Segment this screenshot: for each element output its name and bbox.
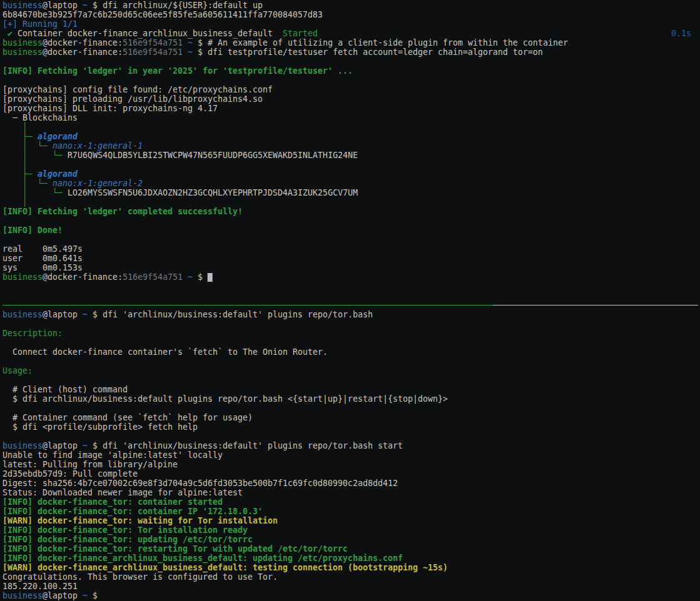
prompt-cwd: ~ <box>82 591 88 600</box>
terminal-text <box>2 122 22 132</box>
terminal-line: [+] Running 1/1 <box>2 19 700 29</box>
tree-branch: │ <box>22 188 28 197</box>
terminal-line <box>2 432 700 441</box>
terminal-line: │ <box>2 197 700 207</box>
terminal-line: real 0m5.497s <box>2 244 700 254</box>
chain-name: algorand <box>38 169 78 179</box>
info-log: [INFO] Done! <box>2 226 62 235</box>
time-sys: sys 0m0.153s <box>2 263 82 272</box>
right-aligned-text: 0.1s <box>671 29 691 38</box>
terminal-line: │ <box>2 122 700 132</box>
terminal-line: # Client (host) command <box>2 385 700 394</box>
terminal-line: [INFO] docker-finance_tor: Tor installat… <box>2 525 700 535</box>
terminal-line: 185.220.100.251 <box>2 582 700 591</box>
terminal-line: 2d35ebdb57d9: Pull complete <box>2 469 700 479</box>
prompt-user: business <box>2 441 42 450</box>
terminal-line: [INFO] docker-finance_tor: container IP … <box>2 507 700 516</box>
terminal-line: │ └─ LO26MYSSWSFN5U6JDXAOZN2HZ3GCQHLXYEP… <box>2 188 700 197</box>
warn-log: [WARN] docker-finance_tor: waiting for T… <box>2 516 278 525</box>
terminal-line: [INFO] docker-finance_archlinux_business… <box>2 554 700 563</box>
terminal-line: [proxychains] DLL init: proxychains-ng 4… <box>2 104 700 113</box>
container-state: Started <box>282 29 318 38</box>
terminal-text: # Container command (see `fetch` help fo… <box>2 413 252 422</box>
prompt-user: business <box>2 591 42 600</box>
command: $ # An example of utilizing a client-sid… <box>192 38 568 47</box>
terminal-text <box>2 132 22 141</box>
terminal-text: Congratulations. This browser is configu… <box>2 572 278 582</box>
terminal-line <box>2 375 700 385</box>
tree-branch: │ <box>22 179 28 188</box>
tree-branch: │ <box>22 122 28 132</box>
terminal-line: $ dfi <profile/subprofile> fetch help <box>2 422 700 432</box>
terminal-text: $ <box>192 272 208 282</box>
terminal-line: │ └─ nano:x-1:general-1 <box>2 141 700 151</box>
info-log: [INFO] docker-finance_tor: Tor installat… <box>2 525 248 535</box>
terminal-line: Description: <box>2 329 700 338</box>
terminal-line: business@laptop ~ $ dfi 'archlinux/busin… <box>2 441 700 450</box>
info-log: [INFO] docker-finance_tor: updating /etc… <box>2 535 252 544</box>
terminal-text <box>28 179 38 188</box>
info-log: [INFO] Fetching 'ledger' in year '2025' … <box>2 66 352 76</box>
terminal-line: │ └─ R7U6QWS4QLDB5YLBI25TWCPW47N565FUUDP… <box>2 151 700 160</box>
prompt-container-id: 516e9f54a751 <box>122 272 182 282</box>
terminal-line: [INFO] Done! <box>2 226 700 235</box>
wallet-address: R7U6QWS4QLDB5YLBI25TWCPW47N565FUUDP6GG5X… <box>62 151 358 160</box>
terminal-text <box>48 141 52 151</box>
terminal-line <box>2 404 700 413</box>
prompt-user: business <box>2 272 42 282</box>
tree-branch: └─ <box>52 188 62 197</box>
terminal-line: business@laptop ~ $ dfi 'archlinux/busin… <box>2 310 700 319</box>
terminal-text <box>28 141 38 151</box>
terminal-text: Status: Downloaded newer image for alpin… <box>2 488 242 497</box>
terminal-text: $ dfi archlinux/business:default plugins… <box>2 394 448 404</box>
terminal-line: latest: Pulling from library/alpine <box>2 460 700 469</box>
terminal-text <box>2 188 22 197</box>
section-heading: Usage: <box>2 366 32 375</box>
terminal-text: Connect docker-finance container's `fetc… <box>2 347 328 357</box>
terminal-line: business@laptop ~ $ <box>2 591 700 600</box>
terminal[interactable]: business@laptop ~ $ dfi archlinux/${USER… <box>0 0 700 601</box>
prompt-host: @laptop <box>42 1 82 10</box>
compose-status: [+] Running 1/1 <box>2 19 78 29</box>
command: $ dfi 'archlinux/business:default' plugi… <box>88 310 372 319</box>
account-name: nano:x-1:general-2 <box>52 179 142 188</box>
terminal-text: [proxychains] config file found: /etc/pr… <box>2 85 272 94</box>
wallet-address: LO26MYSSWSFN5U6JDXAOZN2HZ3GCQHLXYEPHRTPJ… <box>62 188 358 197</box>
terminal-text <box>2 179 22 188</box>
prompt-host: @docker-finance: <box>42 272 122 282</box>
terminal-line <box>2 57 700 66</box>
terminal-line <box>2 216 700 226</box>
terminal-line <box>2 235 700 244</box>
terminal-text <box>48 179 52 188</box>
time-real: real 0m5.497s <box>2 244 82 254</box>
command: $ dfi 'archlinux/business:default' plugi… <box>88 441 402 450</box>
terminal-text <box>2 160 22 169</box>
terminal-text: $ dfi <profile/subprofile> fetch help <box>2 422 198 432</box>
terminal-line: [WARN] docker-finance_tor: waiting for T… <box>2 516 700 525</box>
terminal-line: [proxychains] config file found: /etc/pr… <box>2 85 700 94</box>
terminal-text: Digest: sha256:4b7ce07002c69e8f3d704a9c5… <box>2 479 398 488</box>
terminal-line <box>2 319 700 329</box>
separator-gray: ────────────────────────────────────────… <box>493 300 698 310</box>
terminal-line: # Container command (see `fetch` help fo… <box>2 413 700 422</box>
terminal-line: business@docker-finance:516e9f54a751 ~ $ <box>2 272 700 282</box>
tree-branch: └─ <box>38 179 48 188</box>
text-cursor <box>208 273 212 282</box>
terminal-line: ✔ Container docker-finance_archlinux_bus… <box>2 29 700 38</box>
terminal-line: ├─ algorand <box>2 169 700 179</box>
info-log: [INFO] Fetching 'ledger' completed succe… <box>2 207 242 216</box>
terminal-text: # Client (host) command <box>2 385 128 394</box>
prompt-host: @docker-finance: <box>42 38 122 47</box>
terminal-line <box>2 291 700 300</box>
terminal-line: Digest: sha256:4b7ce07002c69e8f3d704a9c5… <box>2 479 700 488</box>
terminal-line <box>2 338 700 347</box>
terminal-line: │ └─ nano:x-1:general-2 <box>2 179 700 188</box>
terminal-line: business@docker-finance:516e9f54a751 ~ $… <box>2 47 700 57</box>
separator-green: ────────────────────────────────────────… <box>2 300 493 310</box>
info-log: [INFO] docker-finance_tor: restarting To… <box>2 544 348 554</box>
terminal-text <box>2 151 22 160</box>
warn-log: [WARN] docker-finance_archlinux_business… <box>2 563 448 572</box>
prompt-cwd: ~ <box>82 441 88 450</box>
terminal-line: business@laptop ~ $ dfi archlinux/${USER… <box>2 1 700 10</box>
terminal-line: Usage: <box>2 366 700 375</box>
